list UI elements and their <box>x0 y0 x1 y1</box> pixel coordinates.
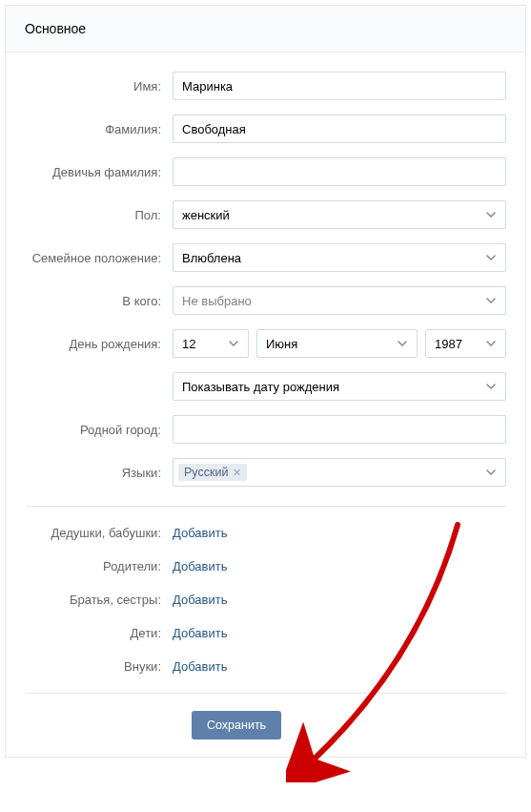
label-maiden-name: Девичья фамилия: <box>25 165 173 179</box>
birthday-year-select[interactable]: 1987 <box>425 329 506 358</box>
row-siblings: Братья, сестры: Добавить <box>25 593 506 607</box>
row-maiden-name: Девичья фамилия: <box>25 157 506 186</box>
row-gender: Пол: женский <box>25 200 506 229</box>
row-grandchildren: Внуки: Добавить <box>25 659 506 674</box>
chevron-down-icon <box>486 341 496 346</box>
relationship-select[interactable]: Влюблена <box>173 243 506 272</box>
section-divider <box>25 506 506 507</box>
chevron-down-icon <box>398 341 407 346</box>
add-grandchildren-link[interactable]: Добавить <box>173 659 227 674</box>
birthday-year-value: 1987 <box>435 337 462 351</box>
last-name-input[interactable] <box>173 115 506 143</box>
label-grandparents: Дедушки, бабушки: <box>25 526 173 540</box>
add-parents-link[interactable]: Добавить <box>173 559 227 573</box>
language-token: Русский × <box>178 464 247 481</box>
panel-header: Основное <box>6 6 525 52</box>
label-first-name: Имя: <box>25 79 173 94</box>
first-name-input[interactable] <box>173 72 506 100</box>
label-partner: В кого: <box>25 294 173 308</box>
row-parents: Родители: Добавить <box>25 559 506 573</box>
form-footer: Сохранить <box>25 693 506 757</box>
gender-value: женский <box>182 208 230 222</box>
chevron-down-icon <box>486 255 496 260</box>
add-children-link[interactable]: Добавить <box>173 626 227 640</box>
language-token-label: Русский <box>184 466 228 479</box>
label-birthday: День рождения: <box>25 337 173 351</box>
chevron-down-icon <box>486 384 496 389</box>
hometown-input[interactable] <box>173 415 506 444</box>
page-title: Основное <box>25 21 86 36</box>
profile-form: Имя: Фамилия: Девичья фамилия: Пол: женс… <box>6 52 525 757</box>
row-partner: В кого: Не выбрано <box>25 286 506 315</box>
birthday-month-value: Июня <box>266 337 297 351</box>
add-grandparents-link[interactable]: Добавить <box>173 526 227 540</box>
remove-token-icon[interactable]: × <box>233 466 240 479</box>
chevron-down-icon <box>229 341 238 346</box>
label-hometown: Родной город: <box>25 423 173 437</box>
row-languages: Языки: Русский × <box>25 458 506 487</box>
row-hometown: Родной город: <box>25 415 506 444</box>
gender-select[interactable]: женский <box>173 200 506 229</box>
birthday-visibility-select[interactable]: Показывать дату рождения <box>173 372 506 401</box>
label-siblings: Братья, сестры: <box>25 593 173 607</box>
label-gender: Пол: <box>25 208 173 222</box>
row-children: Дети: Добавить <box>25 626 506 640</box>
relationship-value: Влюблена <box>182 251 241 265</box>
row-first-name: Имя: <box>25 72 506 100</box>
birthday-month-select[interactable]: Июня <box>256 329 418 358</box>
languages-select[interactable]: Русский × <box>173 458 506 487</box>
birthday-day-value: 12 <box>182 337 195 351</box>
add-siblings-link[interactable]: Добавить <box>173 593 227 607</box>
label-relationship: Семейное положение: <box>25 251 173 265</box>
label-parents: Родители: <box>25 559 173 573</box>
label-grandchildren: Внуки: <box>25 659 173 674</box>
label-last-name: Фамилия: <box>25 122 173 136</box>
birthday-day-select[interactable]: 12 <box>173 329 249 358</box>
chevron-down-icon <box>486 298 496 303</box>
partner-value: Не выбрано <box>182 294 252 308</box>
row-birthday-visibility: Показывать дату рождения <box>25 372 506 401</box>
maiden-name-input[interactable] <box>173 157 506 186</box>
row-birthday: День рождения: 12 Июня 1987 <box>25 329 506 358</box>
row-grandparents: Дедушки, бабушки: Добавить <box>25 526 506 540</box>
row-last-name: Фамилия: <box>25 115 506 143</box>
birthday-visibility-value: Показывать дату рождения <box>182 380 339 394</box>
main-panel: Основное Имя: Фамилия: Девичья фамилия: … <box>5 5 526 758</box>
save-button[interactable]: Сохранить <box>192 711 281 739</box>
chevron-down-icon <box>486 212 496 218</box>
label-languages: Языки: <box>25 466 173 480</box>
chevron-down-icon <box>486 469 496 475</box>
row-relationship: Семейное положение: Влюблена <box>25 243 506 272</box>
label-children: Дети: <box>25 626 173 640</box>
partner-select[interactable]: Не выбрано <box>173 286 506 315</box>
